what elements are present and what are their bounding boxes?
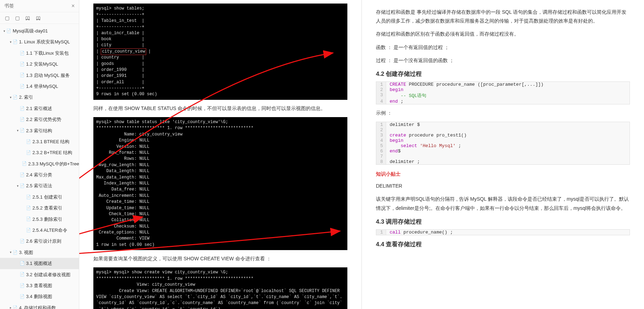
tree-item[interactable]: 📄2.3.2 B+TREE 结构 bbox=[0, 147, 79, 158]
bookmark-icon[interactable]: 🕮 bbox=[25, 15, 30, 21]
tree-item-label: 2.3.2 B+TREE 结构 bbox=[32, 149, 72, 157]
tree-item[interactable]: 📄2.2 索引优势劣势 bbox=[0, 114, 79, 125]
bookmark-item-icon: 📄 bbox=[26, 149, 31, 156]
heading-4-4: 4.4 查看存储过程 bbox=[376, 240, 630, 248]
bookmark-item-icon: 📄 bbox=[20, 50, 25, 57]
bookmark-item-icon: 📄 bbox=[6, 28, 11, 35]
tree-item-label: 2.2 索引优势劣势 bbox=[26, 115, 61, 123]
tree-item-label: 2.1 索引概述 bbox=[26, 104, 52, 113]
tree-item[interactable]: 📄2.5.1 创建索引 bbox=[0, 192, 79, 202]
tree-item[interactable]: 📄2.3.1 BTREE 结构 bbox=[0, 136, 79, 147]
paragraph: 如果需要查询某个视图的定义，可以使用 SHOW CREATE VIEW 命令进行… bbox=[93, 254, 347, 263]
sidebar-header: 书签 × bbox=[0, 0, 79, 12]
tree-item-label: 3.3 查看视图 bbox=[26, 281, 52, 290]
tree-item[interactable]: ▾📄3. 视图 bbox=[0, 247, 79, 258]
code-create-procedure: 1CREATE PROCEDURE procedure_name ([proc_… bbox=[376, 81, 630, 104]
terminal-table-status: mysql> show table status like 'city_coun… bbox=[93, 117, 347, 250]
bookmark-item-icon: 📄 bbox=[20, 127, 25, 134]
terminal-show-tables: mysql> show tables;+-----------------+| … bbox=[93, 4, 347, 100]
paragraph: 同样，在使用 SHOW TABLE STATUS 命令的时候，不但可以显示表的信… bbox=[93, 104, 347, 113]
tool-icon-2[interactable]: ▢ bbox=[15, 15, 20, 21]
tree-item-label: 2.5.4 ALTER命令 bbox=[32, 226, 67, 234]
bookmarks-sidebar: 书签 × ▢ ▢ 🕮 🕮 ▾📄Mysql高级-day01▾📄1. Linux 系… bbox=[0, 0, 79, 309]
tree-item-label: 3.2 创建或者修改视图 bbox=[26, 271, 70, 279]
bookmark-item-icon: 📄 bbox=[20, 116, 25, 123]
tree-item[interactable]: 📄2.4 索引分类 bbox=[0, 169, 79, 180]
tree-item-label: 3. 视图 bbox=[19, 248, 33, 256]
heading-4-3: 4.3 调用存储过程 bbox=[376, 218, 630, 226]
tree-item[interactable]: ▾📄1. Linux 系统安装MySQL bbox=[0, 36, 79, 47]
close-icon[interactable]: × bbox=[72, 3, 75, 9]
tree-item-label: 2.5 索引语法 bbox=[26, 182, 52, 190]
tree-item-label: 2.5.3 删除索引 bbox=[32, 215, 62, 223]
bookmark-item-icon: 📄 bbox=[26, 216, 31, 223]
paragraph: 存储过程和函数的区别在于函数必须有返回值，而存储过程没有。 bbox=[376, 30, 630, 38]
tree-item[interactable]: ▾📄Mysql高级-day01 bbox=[0, 25, 79, 36]
caret-icon: ▸ bbox=[8, 305, 13, 309]
tree-item-label: 3.1 视图概述 bbox=[26, 259, 52, 267]
bookmark-item-icon: 📄 bbox=[20, 282, 25, 289]
tree-item[interactable]: 📄2.5.2 查看索引 bbox=[0, 202, 79, 213]
tree-item[interactable]: 📄1.2 安装MySQL bbox=[0, 59, 79, 69]
heading-4-2: 4.2 创建存储过程 bbox=[376, 70, 630, 78]
tree-item-label: Mysql高级-day01 bbox=[13, 27, 48, 35]
right-page: 存储过程和函数是 事先经过编译并存储在数据库中的一段 SQL 语句的集合，调用存… bbox=[362, 0, 644, 309]
bookmark-item-icon: 📄 bbox=[13, 38, 18, 46]
tree-item[interactable]: 📄2.3.3 MySQL中的B+Tree bbox=[0, 158, 79, 169]
bookmark-item-icon: 📄 bbox=[26, 138, 31, 145]
tree-item-label: 2.6 索引设计原则 bbox=[26, 237, 61, 245]
tree-item[interactable]: 📄3.4 删除视图 bbox=[0, 291, 79, 302]
bookmark-item-icon: 📄 bbox=[20, 271, 25, 278]
tree-item[interactable]: 📄2.6 索引设计原则 bbox=[0, 236, 79, 247]
tip-title: 知识小贴士 bbox=[376, 171, 630, 177]
tree-item[interactable]: 📄2.1 索引概述 bbox=[0, 103, 79, 114]
tree-item[interactable]: 📄1.4 登录MySQL bbox=[0, 81, 79, 92]
tree-item-label: 1.3 启动 MySQL 服务 bbox=[26, 71, 70, 79]
tree-item[interactable]: 📄2.5.3 删除索引 bbox=[0, 214, 79, 225]
caret-icon: ▾ bbox=[2, 28, 6, 34]
tree-item[interactable]: ▾📄2.3 索引结构 bbox=[0, 125, 79, 136]
tree-item[interactable]: ▾📄2. 索引 bbox=[0, 92, 79, 103]
caret-icon: ▾ bbox=[8, 249, 13, 255]
caret-icon: ▾ bbox=[16, 183, 20, 189]
bookmark-item-icon: 📄 bbox=[20, 83, 25, 90]
tree-item[interactable]: 📄2.5.4 ALTER命令 bbox=[0, 225, 79, 236]
bookmark-item-icon: 📄 bbox=[20, 171, 25, 178]
tip-subtitle: DELIMITER bbox=[376, 182, 630, 190]
bookmark-item-icon: 📄 bbox=[20, 61, 25, 68]
bookmark-item-icon: 📄 bbox=[26, 205, 31, 212]
tree-item-label: 1.2 安装MySQL bbox=[26, 60, 58, 68]
tree-item-label: 4. 存储过程和函数 bbox=[19, 304, 56, 309]
tree-item-label: 3.4 删除视图 bbox=[26, 292, 52, 301]
tree-item[interactable]: ▸📄4. 存储过程和函数 bbox=[0, 302, 79, 309]
tree-item-label: 2.5.2 查看索引 bbox=[32, 204, 62, 212]
tree-item[interactable]: 📄3.3 查看视图 bbox=[0, 280, 79, 291]
bookmark-item-icon: 📄 bbox=[20, 238, 25, 245]
tree-item[interactable]: 📄1.1 下载Linux 安装包 bbox=[0, 48, 79, 59]
tree-item-label: 2.3.3 MySQL中的B+Tree bbox=[28, 160, 79, 168]
bookmark-item-icon: 📄 bbox=[20, 182, 25, 189]
bookmark-item-icon: 📄 bbox=[13, 249, 18, 256]
tree-item-label: 2.4 索引分类 bbox=[26, 171, 52, 179]
tree-item-label: 2.3 索引结构 bbox=[26, 127, 52, 135]
tree-item[interactable]: 📄3.2 创建或者修改视图 bbox=[0, 269, 79, 280]
paragraph: 存储过程和函数是 事先经过编译并存储在数据库中的一段 SQL 语句的集合，调用存… bbox=[376, 8, 630, 25]
tree-item-label: 1. Linux 系统安装MySQL bbox=[19, 38, 70, 46]
caret-icon: ▾ bbox=[16, 128, 20, 133]
bookmark-outline-icon[interactable]: 🕮 bbox=[36, 15, 41, 21]
tool-icon-1[interactable]: ▢ bbox=[5, 15, 10, 21]
bookmark-item-icon: 📄 bbox=[22, 160, 27, 167]
tree-item-label: 1.1 下载Linux 安装包 bbox=[26, 49, 69, 57]
bookmark-tree[interactable]: ▾📄Mysql高级-day01▾📄1. Linux 系统安装MySQL📄1.1 … bbox=[0, 24, 79, 309]
tree-item[interactable]: ▾📄2.5 索引语法 bbox=[0, 180, 79, 191]
tree-item[interactable]: 📄1.3 启动 MySQL 服务 bbox=[0, 70, 79, 81]
content-columns: mysql> show tables;+-----------------+| … bbox=[79, 0, 644, 309]
tree-item-label: 1.4 登录MySQL bbox=[26, 82, 58, 90]
sidebar-toolbar: ▢ ▢ 🕮 🕮 bbox=[0, 12, 79, 24]
tip-body: 该关键字用来声明SQL语句的分隔符 , 告诉 MySQL 解释器，该段命令是否已… bbox=[376, 195, 630, 212]
terminal-show-create-view: mysql> mysql> show create view city_coun… bbox=[93, 267, 347, 309]
bookmark-item-icon: 📄 bbox=[13, 94, 18, 101]
tree-item[interactable]: 📄3.1 视图概述 bbox=[0, 258, 79, 269]
caret-icon: ▾ bbox=[8, 95, 13, 100]
bookmark-item-icon: 📄 bbox=[20, 72, 25, 79]
